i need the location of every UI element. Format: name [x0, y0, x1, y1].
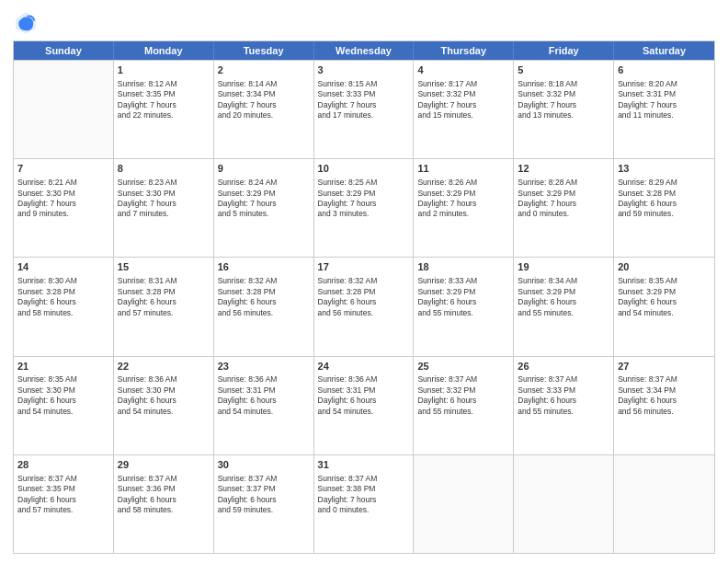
cal-cell: 14Sunrise: 8:30 AMSunset: 3:28 PMDayligh…: [14, 258, 114, 355]
sunset-text: Sunset: 3:36 PM: [118, 484, 210, 494]
day-number: 1: [118, 63, 210, 77]
sunrise-text: Sunrise: 8:37 AM: [518, 374, 609, 385]
sunset-text: Sunset: 3:30 PM: [118, 385, 210, 396]
cal-cell: 7Sunrise: 8:21 AMSunset: 3:30 PMDaylight…: [14, 159, 114, 257]
daylight-text: Daylight: 6 hours: [118, 396, 210, 406]
sunset-text: Sunset: 3:35 PM: [118, 89, 210, 99]
cal-week-row: 28Sunrise: 8:37 AMSunset: 3:35 PMDayligh…: [14, 454, 714, 553]
cal-cell: 22Sunrise: 8:36 AMSunset: 3:30 PMDayligh…: [114, 357, 214, 454]
daylight-text: Daylight: 7 hours: [17, 199, 109, 209]
daylight-text: Daylight: 7 hours: [618, 100, 711, 110]
sunset-text: Sunset: 3:38 PM: [318, 484, 410, 494]
sunset-text: Sunset: 3:37 PM: [218, 484, 310, 494]
sunrise-text: Sunrise: 8:21 AM: [17, 178, 109, 188]
calendar-body: 1Sunrise: 8:12 AMSunset: 3:35 PMDaylight…: [14, 60, 714, 553]
cal-cell: 19Sunrise: 8:34 AMSunset: 3:29 PMDayligh…: [514, 258, 614, 355]
sunset-text: Sunset: 3:30 PM: [17, 385, 109, 396]
daylight-minutes: and 57 minutes.: [118, 308, 210, 318]
daylight-minutes: and 54 minutes.: [318, 407, 410, 417]
sunset-text: Sunset: 3:28 PM: [17, 287, 109, 297]
daylight-minutes: and 55 minutes.: [417, 407, 509, 417]
cal-header-cell: Friday: [514, 41, 614, 60]
daylight-text: Daylight: 6 hours: [17, 495, 109, 505]
day-number: 11: [417, 162, 509, 176]
daylight-minutes: and 59 minutes.: [218, 505, 310, 515]
daylight-minutes: and 0 minutes.: [518, 209, 609, 219]
sunrise-text: Sunrise: 8:37 AM: [118, 474, 210, 484]
sunset-text: Sunset: 3:31 PM: [318, 385, 410, 396]
daylight-minutes: and 54 minutes.: [118, 407, 210, 417]
daylight-minutes: and 7 minutes.: [118, 209, 210, 219]
daylight-text: Daylight: 7 hours: [318, 199, 410, 209]
day-number: 30: [218, 458, 310, 472]
daylight-text: Daylight: 6 hours: [618, 396, 711, 406]
cal-cell: 20Sunrise: 8:35 AMSunset: 3:29 PMDayligh…: [614, 258, 714, 355]
cal-week-row: 1Sunrise: 8:12 AMSunset: 3:35 PMDaylight…: [14, 60, 714, 158]
daylight-text: Daylight: 7 hours: [118, 199, 210, 209]
day-number: 8: [118, 162, 210, 176]
daylight-text: Daylight: 6 hours: [17, 297, 109, 307]
sunset-text: Sunset: 3:30 PM: [118, 189, 210, 199]
day-number: 31: [318, 458, 410, 472]
cal-cell: [14, 61, 114, 158]
daylight-minutes: and 54 minutes.: [218, 407, 310, 417]
sunrise-text: Sunrise: 8:15 AM: [318, 79, 410, 89]
sunset-text: Sunset: 3:34 PM: [218, 89, 310, 99]
cal-week-row: 7Sunrise: 8:21 AMSunset: 3:30 PMDaylight…: [14, 158, 714, 257]
cal-cell: 4Sunrise: 8:17 AMSunset: 3:32 PMDaylight…: [414, 61, 514, 158]
daylight-minutes: and 58 minutes.: [17, 308, 109, 318]
day-number: 23: [218, 360, 310, 373]
daylight-text: Daylight: 7 hours: [417, 100, 509, 110]
cal-header-cell: Wednesday: [314, 41, 415, 60]
day-number: 26: [518, 360, 609, 373]
calendar: SundayMondayTuesdayWednesdayThursdayFrid…: [13, 40, 715, 554]
cal-cell: 31Sunrise: 8:37 AMSunset: 3:38 PMDayligh…: [314, 455, 415, 553]
daylight-minutes: and 54 minutes.: [17, 407, 109, 417]
daylight-minutes: and 11 minutes.: [618, 110, 711, 121]
cal-cell: 17Sunrise: 8:32 AMSunset: 3:28 PMDayligh…: [314, 258, 415, 355]
cal-cell: 3Sunrise: 8:15 AMSunset: 3:33 PMDaylight…: [314, 61, 415, 158]
cal-header-cell: Saturday: [614, 41, 714, 60]
daylight-minutes: and 15 minutes.: [417, 110, 509, 121]
cal-cell: 12Sunrise: 8:28 AMSunset: 3:29 PMDayligh…: [514, 159, 614, 257]
sunrise-text: Sunrise: 8:37 AM: [417, 374, 509, 385]
sunrise-text: Sunrise: 8:36 AM: [318, 374, 410, 385]
daylight-text: Daylight: 7 hours: [218, 100, 310, 110]
sunset-text: Sunset: 3:33 PM: [518, 385, 609, 396]
daylight-text: Daylight: 7 hours: [218, 199, 310, 209]
daylight-text: Daylight: 7 hours: [518, 199, 609, 209]
daylight-text: Daylight: 7 hours: [318, 495, 410, 505]
daylight-text: Daylight: 6 hours: [618, 297, 711, 307]
sunrise-text: Sunrise: 8:25 AM: [318, 178, 410, 188]
daylight-minutes: and 55 minutes.: [518, 308, 609, 318]
cal-cell: 6Sunrise: 8:20 AMSunset: 3:31 PMDaylight…: [614, 61, 714, 158]
cal-cell: 18Sunrise: 8:33 AMSunset: 3:29 PMDayligh…: [414, 258, 514, 355]
day-number: 25: [417, 360, 509, 373]
sunset-text: Sunset: 3:35 PM: [17, 484, 109, 494]
cal-header-cell: Tuesday: [214, 41, 314, 60]
daylight-text: Daylight: 6 hours: [518, 297, 609, 307]
day-number: 17: [318, 260, 410, 274]
day-number: 27: [618, 360, 711, 373]
cal-cell: 26Sunrise: 8:37 AMSunset: 3:33 PMDayligh…: [514, 357, 614, 454]
sunrise-text: Sunrise: 8:36 AM: [118, 374, 210, 385]
daylight-text: Daylight: 7 hours: [118, 100, 210, 110]
daylight-minutes: and 5 minutes.: [218, 209, 310, 219]
day-number: 2: [218, 63, 310, 77]
cal-cell: 5Sunrise: 8:18 AMSunset: 3:32 PMDaylight…: [514, 61, 614, 158]
daylight-text: Daylight: 7 hours: [318, 100, 410, 110]
cal-header-cell: Thursday: [414, 41, 514, 60]
sunset-text: Sunset: 3:32 PM: [518, 89, 609, 99]
sunset-text: Sunset: 3:34 PM: [618, 385, 711, 396]
daylight-minutes: and 13 minutes.: [518, 110, 609, 121]
daylight-text: Daylight: 6 hours: [17, 396, 109, 406]
cal-header-cell: Sunday: [14, 41, 114, 60]
sunrise-text: Sunrise: 8:33 AM: [417, 276, 509, 286]
sunrise-text: Sunrise: 8:36 AM: [218, 374, 310, 385]
logo: [13, 9, 42, 35]
day-number: 5: [518, 63, 609, 77]
sunrise-text: Sunrise: 8:18 AM: [518, 79, 609, 89]
daylight-text: Daylight: 6 hours: [417, 297, 509, 307]
sunrise-text: Sunrise: 8:37 AM: [218, 474, 310, 484]
sunrise-text: Sunrise: 8:20 AM: [618, 79, 711, 89]
